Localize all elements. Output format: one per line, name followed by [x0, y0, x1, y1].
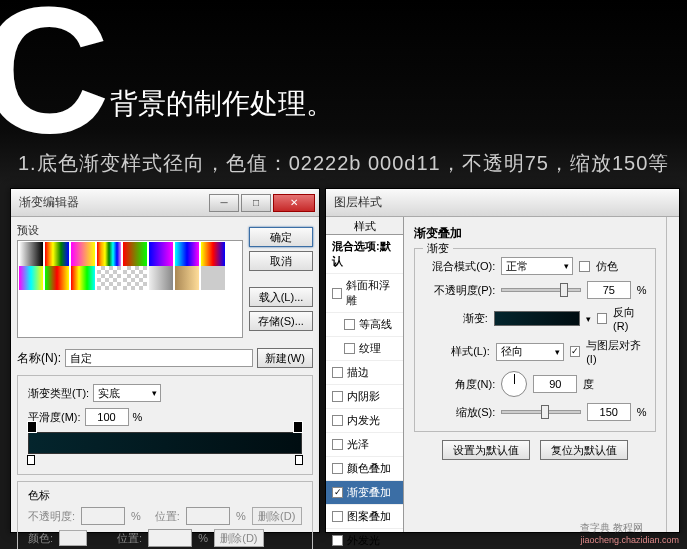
effect-checkbox[interactable] — [332, 511, 343, 522]
angle-label: 角度(N): — [423, 377, 495, 392]
effects-list: 样式 混合选项:默认 斜面和浮雕等高线纹理描边内阴影内发光光泽颜色叠加渐变叠加图… — [326, 217, 404, 532]
align-label: 与图层对齐(I) — [586, 338, 646, 365]
maximize-button[interactable]: □ — [241, 194, 271, 212]
position-input2 — [148, 529, 192, 547]
effect-checkbox[interactable] — [332, 367, 343, 378]
effect-label: 颜色叠加 — [347, 461, 391, 476]
preset-swatch[interactable] — [201, 266, 225, 290]
effect-checkbox[interactable] — [332, 439, 343, 450]
color-stops-label: 色标 — [28, 488, 302, 503]
effect-checkbox[interactable] — [332, 391, 343, 402]
effect-item[interactable]: 斜面和浮雕 — [326, 274, 403, 313]
styles-header[interactable]: 样式 — [326, 217, 403, 235]
effect-label: 描边 — [347, 365, 369, 380]
effect-item[interactable]: 描边 — [326, 361, 403, 385]
preset-swatch[interactable] — [123, 266, 147, 290]
style-select[interactable]: 径向 — [496, 343, 564, 361]
close-button[interactable]: ✕ — [273, 194, 315, 212]
titlebar[interactable]: 渐变编辑器 ─ □ ✕ — [11, 189, 319, 217]
blend-mode-label: 混合模式(O): — [423, 259, 495, 274]
effect-item[interactable]: 纹理 — [326, 337, 403, 361]
angle-input[interactable] — [533, 375, 577, 393]
preset-swatch[interactable] — [19, 266, 43, 290]
preset-swatch[interactable] — [71, 242, 95, 266]
minimize-button[interactable]: ─ — [209, 194, 239, 212]
align-checkbox[interactable] — [570, 346, 580, 357]
new-button[interactable]: 新建(W) — [257, 348, 313, 368]
name-input[interactable] — [65, 349, 253, 367]
color-stops-group: 色标 不透明度: % 位置: % 删除(D) 颜色: 位置: % 删除(D) — [17, 481, 313, 549]
smooth-input[interactable] — [85, 408, 129, 426]
effect-checkbox[interactable] — [344, 319, 355, 330]
layer-style-dialog: 图层样式 样式 混合选项:默认 斜面和浮雕等高线纹理描边内阴影内发光光泽颜色叠加… — [325, 188, 680, 533]
effect-item[interactable]: 内阴影 — [326, 385, 403, 409]
effect-item[interactable]: 渐变叠加 — [326, 481, 403, 505]
preset-swatch[interactable] — [45, 266, 69, 290]
set-default-button[interactable]: 设置为默认值 — [442, 440, 530, 460]
effect-label: 斜面和浮雕 — [346, 278, 397, 308]
gradient-overlay-panel: 渐变叠加 渐变 混合模式(O): 正常 仿色 不透明度(P): % 渐变: — [404, 217, 665, 532]
effect-checkbox[interactable] — [332, 535, 343, 546]
blend-options-item[interactable]: 混合选项:默认 — [326, 235, 403, 274]
opacity-slider[interactable] — [501, 288, 581, 292]
angle-dial[interactable] — [501, 371, 527, 397]
scale-input[interactable] — [587, 403, 631, 421]
scale-label: 缩放(S): — [423, 405, 495, 420]
preset-swatch[interactable] — [175, 266, 199, 290]
scale-slider[interactable] — [501, 410, 581, 414]
cancel-button[interactable]: 取消 — [249, 251, 313, 271]
color-stop-right[interactable] — [295, 455, 303, 465]
gradient-preview[interactable] — [494, 311, 580, 326]
effect-checkbox[interactable] — [344, 343, 355, 354]
preset-swatch[interactable] — [123, 242, 147, 266]
gradient-editor-dialog: 渐变编辑器 ─ □ ✕ 预设 — [10, 188, 320, 533]
color-well — [59, 530, 87, 546]
reverse-checkbox[interactable] — [597, 313, 607, 324]
effect-item[interactable]: 外发光 — [326, 529, 403, 549]
type-select[interactable]: 实底 — [93, 384, 161, 402]
preset-swatch[interactable] — [97, 266, 121, 290]
ok-button[interactable]: 确定 — [249, 227, 313, 247]
reverse-label: 反向(R) — [613, 305, 646, 332]
preset-swatch[interactable] — [71, 266, 95, 290]
blend-mode-select[interactable]: 正常 — [501, 257, 573, 275]
percent-label: % — [133, 411, 143, 423]
effect-item[interactable]: 颜色叠加 — [326, 457, 403, 481]
preset-swatch[interactable] — [175, 242, 199, 266]
delete-color-button: 删除(D) — [214, 529, 264, 547]
load-button[interactable]: 载入(L)... — [249, 287, 313, 307]
watermark: 查字典 教程网 jiaocheng.chazidian.com — [580, 521, 679, 545]
effect-label: 外发光 — [347, 533, 380, 548]
preset-swatch[interactable] — [97, 242, 121, 266]
preset-swatch[interactable] — [201, 242, 225, 266]
effect-item[interactable]: 图案叠加 — [326, 505, 403, 529]
color-stop-left[interactable] — [27, 455, 35, 465]
presets-grid[interactable] — [17, 240, 243, 338]
group-legend: 渐变 — [423, 241, 453, 256]
effect-checkbox[interactable] — [332, 463, 343, 474]
window-title: 渐变编辑器 — [15, 194, 207, 211]
effect-item[interactable]: 内发光 — [326, 409, 403, 433]
titlebar[interactable]: 图层样式 — [326, 189, 679, 217]
preset-swatch[interactable] — [45, 242, 69, 266]
effect-checkbox[interactable] — [332, 487, 343, 498]
reset-default-button[interactable]: 复位为默认值 — [540, 440, 628, 460]
preset-swatch[interactable] — [149, 242, 173, 266]
save-button[interactable]: 存储(S)... — [249, 311, 313, 331]
preset-swatch[interactable] — [149, 266, 173, 290]
opacity-label: 不透明度(P): — [423, 283, 495, 298]
effect-checkbox[interactable] — [332, 288, 342, 299]
effect-label: 等高线 — [359, 317, 392, 332]
dither-checkbox[interactable] — [579, 261, 590, 272]
effect-checkbox[interactable] — [332, 415, 343, 426]
dither-label: 仿色 — [596, 259, 618, 274]
name-label: 名称(N): — [17, 350, 61, 367]
preset-swatch[interactable] — [19, 242, 43, 266]
effect-label: 内发光 — [347, 413, 380, 428]
effect-item[interactable]: 光泽 — [326, 433, 403, 457]
effect-item[interactable]: 等高线 — [326, 313, 403, 337]
effect-label: 纹理 — [359, 341, 381, 356]
gradient-bar[interactable] — [28, 432, 302, 454]
presets-label: 预设 — [17, 223, 243, 238]
opacity-input[interactable] — [587, 281, 631, 299]
